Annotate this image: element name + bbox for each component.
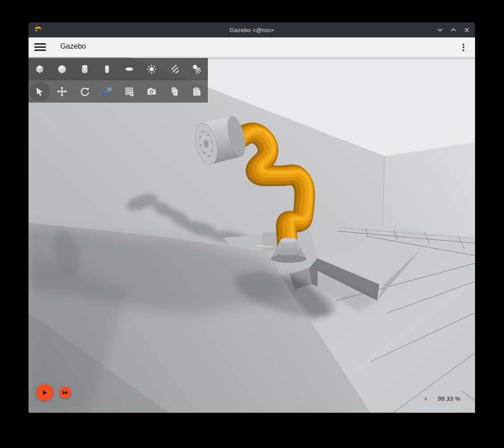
tools-toolbar: [29, 80, 208, 103]
play-button[interactable]: [36, 384, 53, 401]
grid-camera-icon: [124, 86, 135, 97]
cursor-icon: [34, 86, 45, 97]
close-button[interactable]: [462, 25, 471, 35]
camera-icon: [146, 86, 157, 97]
tool-cylinder[interactable]: [74, 58, 96, 80]
render-viewport[interactable]: ‹ 99.33 %: [29, 57, 475, 413]
play-icon: [41, 389, 48, 396]
tool-point-light[interactable]: [140, 58, 163, 80]
rtf-status: ‹ 99.33 %: [425, 395, 460, 402]
gazebo-window: Gazebo <@ros> Gazebo: [29, 22, 475, 413]
capsule-icon: [101, 63, 113, 75]
titlebar[interactable]: Gazebo <@ros>: [29, 22, 475, 37]
snap-align-icon: [101, 86, 113, 97]
scene-3d: [29, 57, 475, 413]
step-forward-icon: [62, 390, 68, 395]
directional-light-icon: [169, 63, 180, 75]
tool-snap[interactable]: [96, 80, 118, 103]
copy-icon: [169, 86, 180, 97]
rotate-icon: [79, 86, 91, 97]
hamburger-menu-button[interactable]: [34, 42, 46, 52]
maximize-button[interactable]: [448, 25, 458, 35]
move-icon: [56, 86, 68, 97]
step-button[interactable]: [59, 387, 71, 398]
tool-rotate[interactable]: [74, 80, 96, 103]
cylinder-icon: [79, 63, 91, 75]
spot-light-icon: [191, 63, 202, 75]
right-wall: [383, 142, 475, 239]
tool-screenshot[interactable]: [140, 80, 163, 103]
tool-spot-light[interactable]: [186, 58, 208, 80]
sphere-icon: [56, 63, 68, 75]
ellipsoid-icon: [124, 63, 135, 75]
chevron-up-icon: [450, 28, 456, 32]
point-light-icon: [146, 63, 157, 75]
chevron-down-icon: [437, 28, 443, 32]
tool-ellipsoid[interactable]: [118, 58, 140, 80]
rtf-value: 99.33 %: [438, 395, 460, 402]
close-icon: [464, 28, 469, 33]
menubar: Gazebo: [29, 37, 475, 57]
tool-view-angle[interactable]: [118, 80, 140, 103]
app-title: Gazebo: [60, 42, 86, 50]
tool-directional-light[interactable]: [163, 58, 186, 80]
tool-copy[interactable]: [163, 80, 186, 103]
tool-box[interactable]: [29, 58, 51, 80]
tool-select[interactable]: [29, 80, 51, 103]
minimize-button[interactable]: [435, 25, 445, 35]
box-icon: [34, 63, 45, 75]
shapes-toolbar: [29, 58, 208, 80]
tool-paste[interactable]: [186, 80, 208, 103]
paste-icon: [191, 86, 202, 97]
window-title: Gazebo <@ros>: [29, 27, 475, 33]
tool-translate[interactable]: [51, 80, 73, 103]
kebab-menu-button[interactable]: [459, 42, 467, 53]
tool-capsule[interactable]: [96, 58, 118, 80]
viewport-toolbars: [29, 58, 208, 103]
rtf-collapse-chevron[interactable]: ‹: [425, 395, 427, 402]
tool-sphere[interactable]: [51, 58, 73, 80]
